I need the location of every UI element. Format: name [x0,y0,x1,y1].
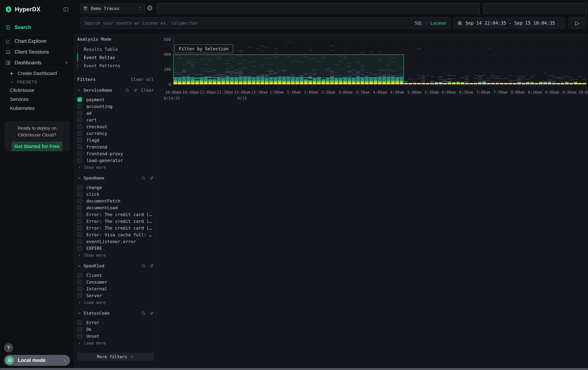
clear-all-filters-button[interactable]: Clear all [131,77,154,82]
sidebar-item-clickhouse[interactable]: ClickHouse [10,88,34,93]
filter-option-eventlistener-error[interactable]: eventListener.error [77,238,154,245]
checkbox-icon[interactable] [77,320,82,325]
checkbox-icon[interactable] [77,219,82,224]
search-input[interactable] [80,18,451,29]
filter-option-consumer[interactable]: Consumer [77,279,154,285]
sidebar-item-search[interactable]: Search [5,24,31,30]
checkbox-icon[interactable] [77,273,82,278]
analysis-mode-event-deltas[interactable]: Event Deltas [77,53,154,62]
order-by-editor[interactable] [484,3,587,13]
checkbox-icon[interactable] [77,327,82,332]
pin-icon[interactable] [149,264,154,268]
account-menu[interactable]: U Local mode › [4,355,70,366]
checkbox-icon[interactable] [77,151,82,156]
filter-option-currency[interactable]: currency [77,130,154,137]
checkbox-icon[interactable] [77,185,82,190]
search-icon[interactable] [141,176,146,180]
sidebar-item-chart-explorer[interactable]: Chart Explorer [5,38,69,44]
run-query-button[interactable]: ▷ [568,17,586,29]
checkbox-checked-icon[interactable]: ✓ [77,97,82,102]
filter-option-documentfetch[interactable]: documentFetch [77,198,154,204]
filter-option-click[interactable]: click [77,191,154,198]
clear-filter-button[interactable]: Clear [141,88,154,93]
filter-option-ad[interactable]: ad [77,110,154,117]
show-more-button[interactable]: Show more [77,165,154,170]
chevron-down-icon[interactable] [77,88,81,92]
language-lucene-option[interactable]: Lucene [430,20,446,26]
get-started-button[interactable]: Get Started for Free [11,141,63,151]
pin-icon[interactable] [149,176,154,180]
filter-option-accounting[interactable]: accounting [77,103,154,110]
filter-option-load-generator[interactable]: load-generator [77,157,154,164]
pin-icon[interactable] [133,88,138,92]
sidebar-item-services[interactable]: Services [10,97,29,102]
checkbox-icon[interactable] [77,131,82,136]
filter-option-cart[interactable]: cart [77,117,154,123]
filter-option-ok[interactable]: Ok [77,326,154,333]
checkbox-icon[interactable] [77,158,82,163]
filter-option-server[interactable]: Server [77,292,154,299]
checkbox-icon[interactable] [77,334,82,339]
chevron-down-icon[interactable] [77,264,81,268]
checkbox-icon[interactable] [77,246,82,251]
checkbox-icon[interactable] [77,192,82,197]
filter-option-flagd[interactable]: flagd [77,137,154,143]
checkbox-icon[interactable] [77,138,82,142]
filter-option-error-the-credit-card-[interactable]: Error: The credit card (… [77,225,154,231]
checkbox-icon[interactable] [77,104,82,109]
time-range-picker[interactable]: Sep 14 22:04:35 - Sep 15 10:04:35 [454,17,565,29]
checkbox-icon[interactable] [77,280,82,284]
checkbox-icon[interactable] [77,212,82,217]
filter-option-frontend-proxy[interactable]: frontend-proxy [77,150,154,157]
analysis-mode-results-table[interactable]: Results Table [77,45,154,53]
show-more-button[interactable]: Load more [77,341,154,345]
filter-option-client[interactable]: Client [77,272,154,279]
filter-option-error[interactable]: Error [77,319,154,326]
checkbox-icon[interactable] [77,205,82,210]
checkbox-icon[interactable] [77,144,82,149]
chart-selection-rect[interactable] [173,55,404,78]
collapse-sidebar-icon[interactable] [63,7,69,12]
checkbox-icon[interactable] [77,286,82,291]
checkbox-icon[interactable] [77,232,82,237]
filter-option-error-the-credit-card-[interactable]: Error: The credit card (… [77,211,154,218]
more-filters-button[interactable]: More filters [77,353,154,361]
checkbox-icon[interactable] [77,124,82,129]
presets-toggle[interactable]: PRESETS [10,80,37,84]
language-sql-option[interactable]: SQL [415,20,422,26]
checkbox-icon[interactable] [77,226,82,230]
sql-select-editor[interactable] [157,3,480,13]
filter-option-error-visa-cache-full-[interactable]: Error: Visa cache full: … [77,231,154,238]
filter-by-selection-tooltip[interactable]: Filter by Selection [174,44,233,53]
checkbox-icon[interactable] [77,111,82,116]
search-icon[interactable] [141,264,146,268]
analysis-mode-event-patterns[interactable]: Event Patterns [77,62,154,70]
chevron-down-icon[interactable] [77,311,81,315]
filter-option-frontend[interactable]: frontend [77,143,154,150]
filter-option-payment[interactable]: ✓payment [77,96,154,103]
pin-icon[interactable] [149,311,154,315]
search-icon[interactable] [125,88,130,92]
filter-option-unset[interactable]: Unset [77,333,154,340]
checkbox-icon[interactable] [77,293,82,298]
filter-option-change[interactable]: change [77,184,154,191]
source-select[interactable]: Demo Traces [80,4,145,13]
filter-option-checkout[interactable]: checkout [77,123,154,130]
show-more-button[interactable]: Load more [77,300,154,305]
filter-option-error-the-credit-card-[interactable]: Error: The credit card (… [77,218,154,225]
sidebar-item-kubernetes[interactable]: Kubernetes [10,106,35,111]
horizontal-scrollbar-thumb[interactable] [0,368,588,370]
search-icon[interactable] [141,311,146,315]
show-more-button[interactable]: Show more [77,253,154,258]
chevron-down-icon[interactable] [77,176,81,180]
filter-option-expire[interactable]: EXPIRE [77,245,154,252]
checkbox-icon[interactable] [77,199,82,203]
sidebar-item-dashboards[interactable]: Dashboards [5,60,69,66]
checkbox-icon[interactable] [77,117,82,122]
create-dashboard-button[interactable]: + Create Dashboard [9,70,57,77]
checkbox-icon[interactable] [77,239,82,244]
help-button[interactable]: ? [4,343,13,352]
filter-option-internal[interactable]: Internal [77,285,154,292]
filter-option-documentload[interactable]: documentLoad [77,204,154,211]
sidebar-item-client-sessions[interactable]: Client Sessions [5,49,69,55]
